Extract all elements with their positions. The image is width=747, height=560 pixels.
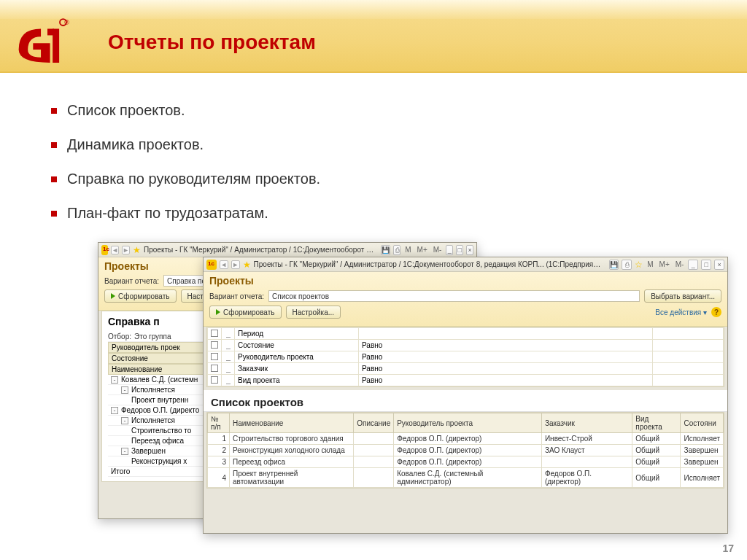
nav-back-icon[interactable]: ◄ — [220, 260, 228, 269]
minimize-icon[interactable]: _ — [446, 245, 453, 255]
cell-desc — [354, 456, 394, 468]
cell-cust — [541, 456, 632, 468]
filter-row[interactable]: ⎯ЗаказчикРавно — [208, 363, 724, 375]
logo-1c: ® — [15, 13, 80, 63]
filter-row[interactable]: ⎯Вид проектаРавно — [208, 375, 724, 386]
filter-value[interactable] — [652, 340, 723, 351]
nav-back-icon[interactable]: ◄ — [111, 246, 119, 254]
mem-mplus[interactable]: M+ — [658, 260, 671, 268]
favorite-icon[interactable]: ★ — [243, 260, 251, 270]
column-header[interactable]: Наименование — [230, 413, 354, 433]
titlebar[interactable]: ◄ ► ★ Проекты - ГК "Меркурий" / Админист… — [98, 243, 476, 257]
settings-button[interactable]: Настройка... — [286, 306, 341, 319]
tree-label: Федоров О.П. (директо — [121, 406, 199, 414]
help-icon[interactable]: ? — [711, 307, 721, 317]
bullet-list: Список проектов. Динамика проектов. Спра… — [51, 102, 320, 239]
filters-table[interactable]: ⎯Период⎯СостояниеРавно⎯Руководитель прое… — [207, 327, 724, 386]
maximize-icon[interactable]: □ — [701, 260, 711, 270]
cell-mgr: Федоров О.П. (директор) — [394, 456, 542, 468]
column-header[interactable]: Вид проекта — [632, 413, 681, 433]
tree-label: Исполняется — [131, 416, 175, 424]
form-button[interactable]: Сформировать — [104, 289, 177, 303]
tree-label: Ковалев С.Д. (системн — [121, 376, 198, 384]
filters-area: ⎯Период⎯СостояниеРавно⎯Руководитель прое… — [206, 327, 724, 387]
cell-state: Исполняет — [681, 433, 724, 445]
column-header[interactable]: № п/п — [208, 413, 230, 433]
svg-rect-3 — [47, 28, 54, 35]
tree-label: Строительство то — [131, 427, 191, 435]
column-header[interactable]: Описание — [354, 413, 394, 433]
checkbox[interactable] — [211, 376, 218, 384]
report-title: Список проектов — [204, 390, 727, 412]
cell-kind: Общий — [632, 433, 681, 445]
variant-label: Вариант отчета: — [104, 277, 159, 285]
filter-row[interactable]: ⎯СостояниеРавно — [208, 340, 724, 351]
filter-value[interactable] — [652, 363, 723, 375]
close-icon[interactable]: × — [714, 260, 724, 270]
mem-m[interactable]: M — [403, 246, 412, 254]
bullet-item: План-факт по трудозатратам. — [51, 205, 320, 222]
cell-num: 4 — [208, 468, 230, 488]
save-icon[interactable]: 💾 — [381, 245, 390, 255]
print-icon[interactable]: ⎙ — [622, 260, 632, 270]
data-table[interactable]: № п/пНаименованиеОписаниеРуководитель пр… — [207, 413, 724, 488]
filter-row[interactable]: ⎯Руководитель проектаРавно — [208, 351, 724, 363]
nav-fwd-icon[interactable]: ► — [122, 246, 130, 254]
expand-icon[interactable]: - — [121, 386, 128, 394]
favorite-icon[interactable]: ★ — [133, 245, 141, 255]
filter-value[interactable] — [652, 328, 723, 340]
filter-type-icon: ⎯ — [222, 363, 235, 375]
select-variant-button[interactable]: Выбрать вариант... — [644, 289, 721, 303]
filter-value[interactable] — [652, 351, 723, 363]
panel: Проекты Вариант отчета: Список проектов … — [204, 272, 727, 327]
filter-value[interactable] — [652, 375, 723, 386]
minimize-icon[interactable]: _ — [688, 260, 698, 270]
column-header[interactable]: Заказчик — [541, 413, 632, 433]
window-front: ◄ ► ★ Проекты - ГК "Меркурий" / Админист… — [203, 257, 728, 534]
column-header[interactable]: Руководитель проекта — [394, 413, 542, 433]
filter-cond — [359, 328, 653, 340]
checkbox[interactable] — [211, 330, 218, 337]
variant-label: Вариант отчета: — [209, 292, 264, 300]
star-icon[interactable]: ☆ — [635, 260, 643, 270]
filter-row[interactable]: ⎯Период — [208, 328, 724, 340]
filter-name: Состояние — [235, 340, 359, 351]
expand-icon[interactable]: - — [111, 407, 118, 414]
column-header[interactable]: Состояни — [681, 413, 724, 433]
expand-icon[interactable]: - — [121, 417, 128, 424]
mem-mplus[interactable]: M+ — [416, 246, 429, 254]
all-actions-link[interactable]: Все действия ▾ — [655, 308, 707, 316]
filter-cond: Равно — [359, 375, 653, 386]
table-row[interactable]: 1Строительство торгового зданияФедоров О… — [208, 433, 724, 445]
page-number: 17 — [722, 542, 734, 554]
table-row[interactable]: 3Переезд офисаФедоров О.П. (директор)Общ… — [208, 456, 724, 468]
titlebar[interactable]: ◄ ► ★ Проекты - ГК "Меркурий" / Админист… — [204, 257, 727, 272]
cell-cust: Федоров О.П. (директор) — [541, 468, 632, 488]
table-row[interactable]: 4Проект внутренней автоматизацииКовалев … — [208, 468, 724, 488]
filter-cond: Равно — [359, 363, 653, 375]
cell-num: 3 — [208, 456, 230, 468]
close-icon[interactable]: × — [466, 245, 473, 255]
checkbox[interactable] — [211, 341, 218, 349]
expand-icon[interactable]: - — [111, 376, 118, 384]
table-row[interactable]: 2Реконструкция холодного складаФедоров О… — [208, 445, 724, 456]
mem-mminus[interactable]: M- — [674, 260, 686, 268]
filter-type-icon: ⎯ — [222, 375, 235, 386]
expand-icon[interactable]: - — [121, 448, 128, 455]
mem-m[interactable]: M — [646, 260, 654, 268]
checkbox[interactable] — [211, 353, 218, 360]
cell-mgr: Ковалев С.Д. (системный администратор) — [394, 468, 542, 488]
cell-name: Строительство торгового здания — [230, 433, 354, 445]
checkbox[interactable] — [211, 365, 218, 372]
app-icon — [206, 260, 217, 270]
mem-mminus[interactable]: M- — [432, 246, 444, 254]
variant-input[interactable]: Список проектов — [268, 290, 640, 302]
print-icon[interactable]: ⎙ — [393, 245, 400, 255]
save-icon[interactable]: 💾 — [609, 260, 619, 270]
maximize-icon[interactable]: □ — [456, 245, 463, 255]
cell-name: Переезд офиса — [230, 456, 354, 468]
nav-fwd-icon[interactable]: ► — [231, 260, 240, 269]
panel-title: Проекты — [209, 275, 721, 287]
tree-label: Итого — [111, 467, 130, 475]
form-button[interactable]: Сформировать — [209, 306, 282, 319]
